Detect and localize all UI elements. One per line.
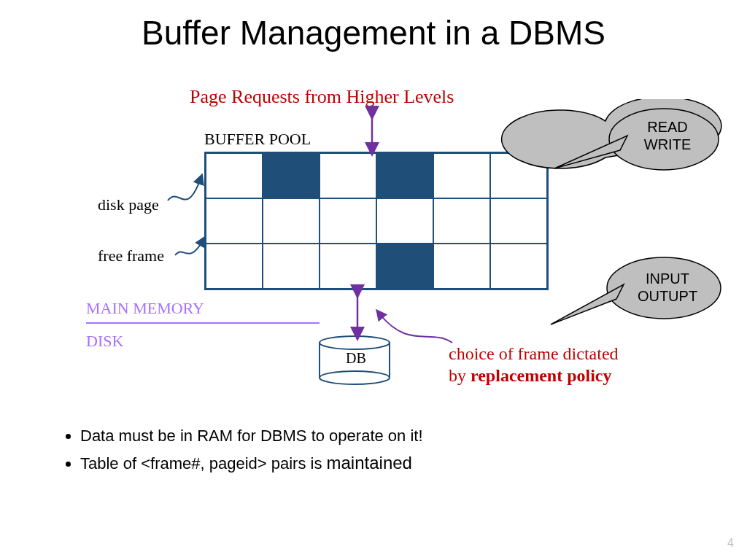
- bullet2-b: maintained: [327, 453, 412, 472]
- grid-cell: [376, 198, 433, 244]
- grid-cell: [263, 198, 320, 244]
- svg-point-1: [320, 371, 390, 384]
- replacement-policy-text: choice of frame dictated by replacement …: [449, 343, 619, 386]
- page-number: 4: [727, 537, 734, 550]
- disk-page-label: disk page: [98, 195, 159, 214]
- callout-output: OUTUPT: [638, 288, 697, 304]
- grid-cell: [490, 198, 547, 244]
- db-label: DB: [346, 350, 366, 367]
- grid-cell: [433, 198, 490, 244]
- bullet-item: Table of <frame#, pageid> pairs is maint…: [80, 453, 423, 473]
- grid-cell: [263, 244, 320, 289]
- arrow-disk-page: [168, 179, 201, 201]
- arrow-free-frame: [175, 241, 203, 255]
- grid-cell: [206, 153, 263, 198]
- choice-line2-bold: replacement policy: [471, 366, 612, 385]
- choice-line1: choice of frame dictated: [449, 344, 619, 363]
- grid-cell: [320, 153, 376, 198]
- callout-read: READ: [647, 119, 688, 135]
- read-write-callout-text: READ WRITE: [635, 118, 700, 153]
- free-frame-label: free frame: [98, 246, 164, 265]
- svg-point-0: [320, 336, 390, 349]
- choice-line2-prefix: by: [449, 366, 471, 385]
- callout-write: WRITE: [644, 136, 691, 152]
- grid-cell: [320, 244, 376, 289]
- grid-cell-filled: [263, 153, 320, 198]
- grid-cell-filled: [376, 153, 433, 198]
- main-memory-label: MAIN MEMORY: [86, 299, 204, 318]
- grid-cell: [320, 198, 376, 244]
- memory-disk-divider: [86, 322, 320, 324]
- input-output-callout-text: INPUT OUTUPT: [635, 270, 700, 305]
- grid-cell: [206, 244, 263, 289]
- callout-input: INPUT: [646, 271, 689, 287]
- bullet-list: Data must be in RAM for DBMS to operate …: [51, 427, 423, 481]
- slide-title: Buffer Management in a DBMS: [0, 13, 747, 52]
- disk-label: DISK: [86, 332, 123, 351]
- bullet2-a: Table of <frame#, pageid> pairs is: [80, 454, 327, 472]
- slide: Buffer Management in a DBMS Page Request…: [0, 0, 747, 560]
- buffer-pool-label: BUFFER POOL: [204, 130, 311, 149]
- grid-cell-filled: [376, 244, 433, 289]
- grid-cell: [206, 198, 263, 244]
- bullet-item: Data must be in RAM for DBMS to operate …: [80, 427, 423, 446]
- page-requests-label: Page Requests from Higher Levels: [190, 86, 454, 108]
